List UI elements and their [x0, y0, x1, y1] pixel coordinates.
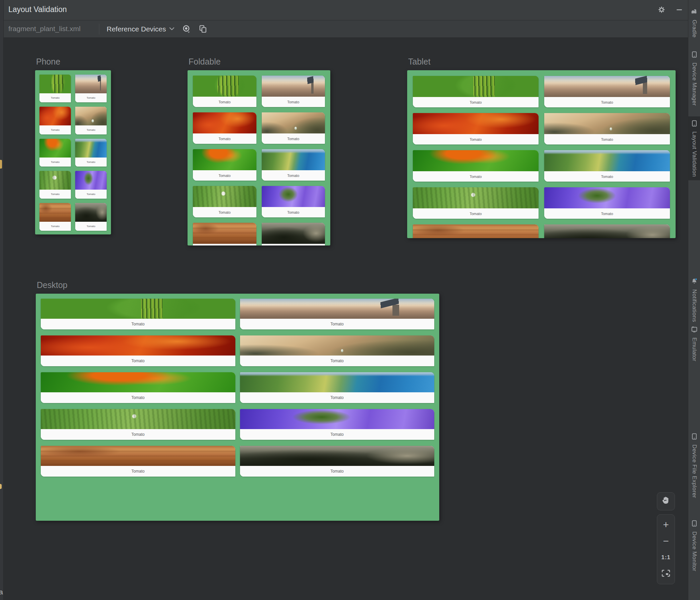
- farm-photo: [40, 171, 71, 190]
- farm-photo: [41, 409, 235, 429]
- copy-layouts-button[interactable]: [197, 23, 209, 36]
- purple-river-photo: [75, 171, 107, 190]
- coastline-photo: [240, 372, 434, 392]
- zoom-in-button[interactable]: +: [658, 518, 673, 532]
- plant-card: Tomato: [413, 224, 539, 238]
- layout-validation-window: { "window": { "title": "Layout Validatio…: [0, 0, 700, 600]
- plant-card-caption: Tomato: [262, 170, 325, 181]
- caterpillar-photo: [41, 299, 235, 319]
- device-phone-icon: [691, 120, 698, 128]
- plant-card: Tomato: [262, 149, 325, 181]
- stripe-tab-device-manager[interactable]: Device Manager: [688, 47, 700, 109]
- plant-card: Tomato: [262, 186, 325, 217]
- bell-badge-icon: [691, 278, 698, 286]
- red-maple-photo: [413, 113, 539, 134]
- wood-drops-photo: [240, 335, 434, 356]
- red-maple-photo: [41, 335, 235, 356]
- plant-card-caption: Tomato: [41, 466, 235, 477]
- device-phone-icon: [691, 433, 698, 441]
- zoom-actual-size-button[interactable]: 1:1: [658, 550, 673, 565]
- preview-panel-foldable: FoldableTomatoTomatoTomatoTomatoTomatoTo…: [188, 57, 330, 245]
- plant-card-grid: TomatoTomatoTomatoTomatoTomatoTomatoToma…: [36, 294, 439, 482]
- plant-card: Tomato: [240, 372, 434, 403]
- stripe-tab-gradle[interactable]: Gradle: [688, 5, 700, 41]
- stripe-tab-notifications[interactable]: Notifications: [688, 274, 700, 326]
- plant-card: Tomato: [41, 372, 235, 403]
- purple-river-photo: [262, 186, 325, 207]
- plant-card-caption: Tomato: [193, 97, 256, 107]
- chevron-down-icon: [169, 26, 175, 32]
- plant-card: Tomato: [75, 75, 107, 102]
- copy-icon: [199, 24, 207, 34]
- plant-card-caption: Tomato: [240, 356, 434, 366]
- device-render-canvas: TomatoTomatoTomatoTomatoTomatoTomatoToma…: [188, 70, 330, 245]
- plant-card: Tomato: [75, 171, 107, 199]
- preview-panel-desktop: DesktopTomatoTomatoTomatoTomatoTomatoTom…: [36, 280, 439, 521]
- plant-card-caption: Tomato: [413, 97, 539, 107]
- plant-card-caption: Tomato: [40, 222, 71, 231]
- zoom-out-button[interactable]: −: [658, 534, 673, 549]
- plant-card-caption: Tomato: [193, 170, 256, 181]
- plant-card: Tomato: [544, 187, 670, 219]
- stripe-tab-device-monitor[interactable]: Device Monitor: [688, 517, 700, 575]
- plant-card: Tomato: [544, 113, 670, 144]
- plant-card-caption: Tomato: [413, 134, 539, 144]
- orange-maple-photo: [193, 149, 256, 170]
- plant-card-caption: Tomato: [40, 93, 71, 102]
- visibility-options-button[interactable]: [180, 23, 193, 36]
- desert-photo: [193, 223, 256, 244]
- plant-card-caption: Tomato: [262, 134, 325, 144]
- telescope-city-photo: [544, 76, 670, 97]
- stripe-tab-label: Gradle: [691, 20, 698, 38]
- plant-card-caption: Tomato: [40, 158, 71, 167]
- plant-card: Tomato: [240, 446, 434, 477]
- plant-card: Tomato: [193, 149, 256, 181]
- background-editor-text: a: [0, 588, 3, 596]
- caterpillar-photo: [193, 76, 256, 97]
- forest-photo: [544, 224, 670, 238]
- wood-drops-photo: [544, 113, 670, 134]
- right-tool-window-stripe: GradleDevice ManagerLayout ValidationNot…: [688, 0, 700, 600]
- background-editor-mark: [0, 484, 2, 489]
- telescope-city-photo: [262, 76, 325, 97]
- plant-card-caption: Tomato: [544, 208, 670, 219]
- plant-card-caption: Tomato: [262, 244, 325, 245]
- hide-tool-window-button[interactable]: [674, 5, 685, 16]
- stripe-tab-layout-validation[interactable]: Layout Validation: [688, 116, 700, 180]
- plant-card-caption: Tomato: [413, 208, 539, 219]
- orange-maple-photo: [40, 139, 71, 158]
- plant-card: Tomato: [240, 299, 434, 330]
- plant-card-caption: Tomato: [544, 171, 670, 182]
- gear-icon: [657, 6, 666, 15]
- farm-photo: [413, 187, 539, 208]
- desert-photo: [41, 446, 235, 466]
- caterpillar-photo: [40, 75, 71, 93]
- plant-card-caption: Tomato: [240, 392, 434, 403]
- plant-card-caption: Tomato: [544, 134, 670, 144]
- plant-card-caption: Tomato: [75, 125, 107, 135]
- device-render-canvas: TomatoTomatoTomatoTomatoTomatoTomatoToma…: [407, 70, 676, 238]
- preview-panel-title: Foldable: [189, 57, 330, 68]
- stripe-tab-device-file-explorer[interactable]: Device File Explorer: [688, 429, 700, 501]
- plant-card-caption: Tomato: [240, 319, 434, 330]
- background-window-sliver: a: [0, 0, 4, 600]
- telescope-city-photo: [75, 75, 107, 93]
- reference-devices-dropdown[interactable]: Reference Devices: [104, 22, 177, 36]
- plant-card: Tomato: [41, 335, 235, 366]
- purple-river-photo: [544, 187, 670, 208]
- plant-card: Tomato: [40, 139, 71, 167]
- tool-window-title: Layout Validation: [8, 5, 67, 14]
- plant-card-caption: Tomato: [41, 319, 235, 330]
- purple-river-photo: [240, 409, 434, 429]
- plant-card-caption: Tomato: [240, 466, 434, 477]
- toolbar-separator: [99, 24, 99, 34]
- settings-button[interactable]: [656, 5, 667, 16]
- pan-button[interactable]: [657, 492, 675, 510]
- plant-card-caption: Tomato: [193, 134, 256, 144]
- background-editor-mark: [0, 160, 2, 169]
- orange-maple-photo: [413, 150, 539, 171]
- plant-card: Tomato: [40, 203, 71, 231]
- zoom-to-fit-button[interactable]: [658, 567, 673, 581]
- stripe-tab-emulator[interactable]: Emulator: [688, 322, 700, 364]
- plant-card-caption: Tomato: [40, 125, 71, 135]
